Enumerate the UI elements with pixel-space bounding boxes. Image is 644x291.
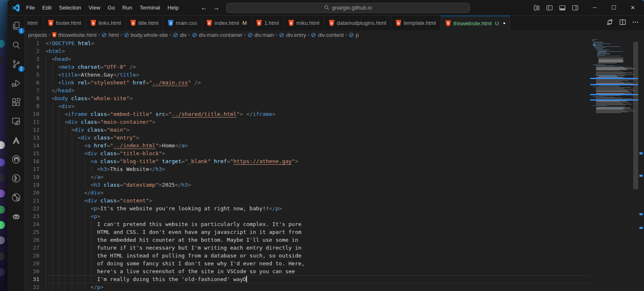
tab-title.html[interactable]: 5title.html <box>126 16 163 30</box>
menu-file[interactable]: File <box>22 0 39 16</box>
line-number[interactable]: 20 <box>25 189 39 197</box>
line-number[interactable]: 9 <box>25 102 39 110</box>
code-line[interactable]: <div class="title-block"> <box>46 149 590 157</box>
activity-gitlens[interactable] <box>8 171 24 186</box>
line-number[interactable]: 31 <box>25 275 39 283</box>
tab-html[interactable]: html <box>25 16 44 30</box>
code-line[interactable]: <div class="main-container"> <box>46 118 590 126</box>
tab-index.html[interactable]: 5index.htmlM <box>202 16 252 30</box>
line-number[interactable]: 26 <box>25 236 39 244</box>
line-number[interactable]: 17 <box>25 165 39 173</box>
toggle-panel-icon[interactable] <box>559 5 566 11</box>
code-line[interactable]: <div> <box>46 102 590 110</box>
code-line[interactable]: </head> <box>46 87 590 94</box>
activity-extensions[interactable] <box>8 94 24 110</box>
breadcrumb-html[interactable]: html <box>102 32 119 38</box>
line-number[interactable]: 6 <box>25 79 39 87</box>
tab-miku.html[interactable]: 5miku.html <box>284 16 324 30</box>
code-line[interactable]: <link rel="stylesheet" href="../main.css… <box>46 79 590 87</box>
scrollbar[interactable] <box>633 42 638 189</box>
customize-layout-icon[interactable] <box>533 5 540 11</box>
breadcrumb-div.entry[interactable]: div.entry <box>279 32 306 38</box>
back-icon[interactable]: ← <box>201 4 207 12</box>
line-number[interactable]: 30 <box>25 267 39 275</box>
menu-selection[interactable]: Selection <box>55 0 85 16</box>
activity-source-control[interactable]: 2 <box>8 56 24 72</box>
minimap[interactable] <box>590 39 638 291</box>
activity-godot-tools[interactable] <box>8 209 24 224</box>
line-number[interactable]: 22 <box>25 204 39 212</box>
code-line[interactable]: <p>It's the website you're looking at ri… <box>46 204 590 212</box>
activity-run-debug[interactable] <box>8 75 24 91</box>
line-number[interactable]: 15 <box>25 149 39 157</box>
menu-terminal[interactable]: Terminal <box>136 0 164 16</box>
code-line[interactable]: <meta charset="UTF-8" /> <box>46 63 590 71</box>
line-number-gutter[interactable]: 1234567891011121314151617181920212223242… <box>25 39 46 291</box>
code-line[interactable]: <html> <box>46 47 590 55</box>
breadcrumb-p[interactable]: p <box>349 32 358 38</box>
activity-gitlens-inspect[interactable] <box>8 190 24 205</box>
code-line[interactable]: <!DOCTYPE html> <box>46 39 590 47</box>
menu-help[interactable]: Help <box>164 0 182 16</box>
line-number[interactable]: 27 <box>25 244 39 252</box>
more-actions-icon[interactable] <box>632 19 639 27</box>
line-number[interactable]: 14 <box>25 142 39 149</box>
activity-a-logo-extension[interactable] <box>8 132 24 148</box>
line-number[interactable]: 4 <box>25 63 39 71</box>
toggle-primary-sidebar-icon[interactable] <box>546 5 553 11</box>
code-line[interactable]: <div class="main"> <box>46 126 590 134</box>
command-center[interactable]: gnargle.github.io <box>226 3 470 13</box>
breadcrumb-projects[interactable]: projects <box>28 32 47 38</box>
split-editor-icon[interactable] <box>619 19 626 27</box>
line-number[interactable]: 19 <box>25 181 39 189</box>
line-number[interactable]: 21 <box>25 197 39 204</box>
line-number[interactable]: 1 <box>25 39 39 47</box>
line-number[interactable]: 7 <box>25 87 39 94</box>
line-number[interactable]: 2 <box>25 47 39 55</box>
close-button[interactable]: ✕ <box>623 0 642 16</box>
line-number[interactable]: 12 <box>25 126 39 134</box>
menu-go[interactable]: Go <box>104 0 119 16</box>
menu-view[interactable]: View <box>85 0 104 16</box>
line-number[interactable]: 28 <box>25 252 39 260</box>
code-line[interactable]: I can't pretend this website is particul… <box>46 220 590 228</box>
tab-main.css[interactable]: 3main.css <box>163 16 202 30</box>
line-number[interactable]: 24 <box>25 220 39 228</box>
minimize-button[interactable]: ─ <box>585 0 604 16</box>
tab-links.html[interactable]: 5links.html <box>86 16 126 30</box>
code-line[interactable]: <p> <box>46 212 590 220</box>
activity-remote-explorer[interactable] <box>8 113 24 129</box>
code-line[interactable]: here's a live screenshot of the site in … <box>46 267 590 275</box>
forward-icon[interactable]: → <box>213 4 220 12</box>
tab-thiswebsite.html[interactable]: 5thiswebsite.htmlU● <box>441 16 510 30</box>
code-line[interactable]: <a href="../index.html">Home</a> <box>46 142 590 149</box>
code-line[interactable]: <div class="content"> <box>46 197 590 204</box>
toggle-secondary-sidebar-icon[interactable] <box>572 5 579 11</box>
tab-footer.html[interactable]: 5footer.html <box>44 16 86 30</box>
code-line[interactable]: HTML and CSS. I don't even have any java… <box>46 228 590 236</box>
breadcrumb-div.content[interactable]: div.content <box>311 32 344 38</box>
breadcrumb-body.whole-site[interactable]: body.whole-site <box>124 32 168 38</box>
code-line[interactable]: the embedded hit counter at the bottom. … <box>46 236 590 244</box>
tab-1.html[interactable]: 51.html <box>252 16 284 30</box>
code-line[interactable]: <iframe class="embed-title" src="../shar… <box>46 110 590 118</box>
line-number[interactable]: 18 <box>25 173 39 181</box>
breadcrumb-div.main-container[interactable]: div.main-container <box>192 32 242 38</box>
line-number[interactable]: 25 <box>25 228 39 236</box>
maximize-button[interactable]: ☐ <box>604 0 623 16</box>
activity-explorer[interactable]: 1 <box>8 18 24 34</box>
breadcrumb-div.main[interactable]: div.main <box>247 32 274 38</box>
code-line[interactable]: </p> <box>46 283 590 291</box>
code-line[interactable]: <body class="whole-site"> <box>46 94 590 102</box>
code-line[interactable]: I'm really doing this the 'old-fashioned… <box>46 275 590 283</box>
code-area[interactable]: <!DOCTYPE html><html><head><meta charset… <box>46 39 590 291</box>
code-line[interactable]: of doing some fancy shit I don't see why… <box>46 260 590 267</box>
code-line[interactable]: </a> <box>46 173 590 181</box>
line-number[interactable]: 32 <box>25 283 39 291</box>
line-number[interactable]: 5 <box>25 71 39 79</box>
line-number[interactable]: 11 <box>25 118 39 126</box>
code-line[interactable]: </div> <box>46 189 590 197</box>
line-number[interactable]: 10 <box>25 110 39 118</box>
code-line[interactable]: <a class="blog-title" target="_blank" hr… <box>46 157 590 165</box>
code-line[interactable]: future if it's necessary but I'm writing… <box>46 244 590 252</box>
